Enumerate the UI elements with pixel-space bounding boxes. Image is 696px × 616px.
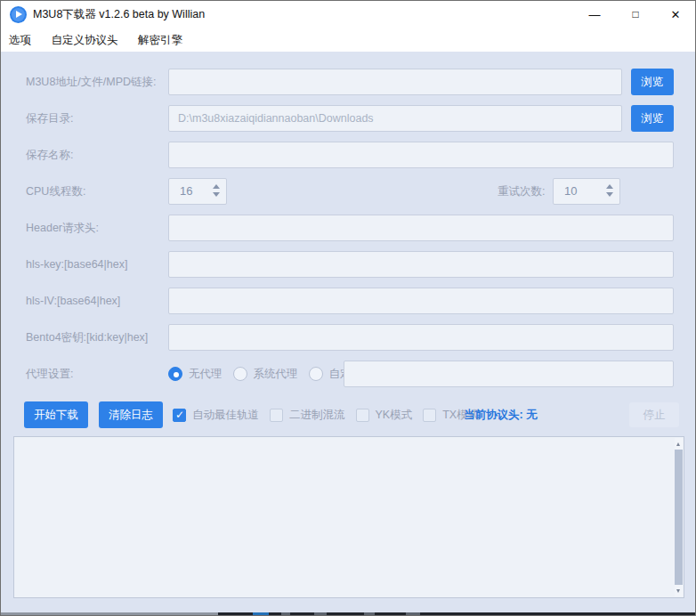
clear-log-button[interactable]: 清除日志 bbox=[99, 401, 163, 428]
save-dir-label: 保存目录: bbox=[26, 105, 73, 132]
header-input[interactable] bbox=[168, 215, 674, 241]
app-window: M3U8下载器 v1.2.6 beta by Willian — □ ✕ 选项 … bbox=[0, 0, 696, 616]
url-browse-button[interactable]: 浏览 bbox=[631, 69, 674, 95]
radio-no-proxy[interactable] bbox=[168, 367, 182, 381]
checkbox-tx-mode[interactable] bbox=[423, 409, 436, 422]
background-window-edge bbox=[364, 612, 375, 615]
radio-system-proxy-label: 系统代理 bbox=[254, 367, 298, 382]
stop-button[interactable]: 停止 bbox=[629, 402, 679, 427]
save-name-label: 保存名称: bbox=[26, 142, 73, 168]
background-window-edge bbox=[406, 612, 420, 615]
menu-item-decrypt-engine[interactable]: 解密引擎 bbox=[130, 28, 190, 52]
hls-key-input[interactable] bbox=[168, 251, 674, 278]
retry-stepper[interactable]: 10 bbox=[553, 178, 620, 205]
save-dir-browse-button[interactable]: 浏览 bbox=[631, 105, 674, 132]
proxy-label: 代理设置: bbox=[26, 361, 73, 387]
save-dir-input[interactable] bbox=[168, 105, 622, 132]
url-input[interactable] bbox=[168, 69, 622, 95]
spinner-up-icon[interactable] bbox=[606, 184, 613, 189]
options-checkbox-group: 自动最佳轨道 二进制混流 YK模式 TX模式 bbox=[173, 401, 490, 428]
cpu-threads-label: CPU线程数: bbox=[26, 178, 85, 205]
menu-item-options[interactable]: 选项 bbox=[1, 28, 39, 52]
scroll-up-icon[interactable] bbox=[675, 438, 683, 450]
bento4-key-label: Bento4密钥:[kid:key|hex] bbox=[26, 324, 148, 351]
checkbox-yk-mode-label: YK模式 bbox=[376, 408, 413, 423]
close-button[interactable]: ✕ bbox=[656, 1, 695, 28]
retry-label: 重试次数: bbox=[498, 178, 545, 205]
radio-no-proxy-label: 无代理 bbox=[189, 367, 223, 382]
background-window-edge bbox=[281, 612, 290, 615]
spinner-down-icon[interactable] bbox=[213, 192, 220, 197]
menubar: 选项 自定义协议头 解密引擎 bbox=[1, 28, 695, 52]
scroll-down-icon[interactable] bbox=[675, 585, 683, 596]
checkbox-yk-mode[interactable] bbox=[356, 409, 369, 422]
scrollbar-thumb[interactable] bbox=[675, 450, 683, 585]
menu-item-custom-headers[interactable]: 自定义协议头 bbox=[43, 28, 125, 52]
checkbox-auto-best-track[interactable] bbox=[173, 409, 186, 422]
hls-iv-label: hls-IV:[base64|hex] bbox=[26, 288, 120, 314]
titlebar: M3U8下载器 v1.2.6 beta by Willian — □ ✕ bbox=[1, 1, 695, 28]
checkbox-auto-best-track-label: 自动最佳轨道 bbox=[192, 408, 259, 423]
spinner-down-icon[interactable] bbox=[606, 192, 613, 197]
background-window-edge bbox=[253, 612, 269, 615]
custom-proxy-input[interactable] bbox=[344, 361, 674, 387]
background-window-edge bbox=[1, 612, 218, 615]
minimize-button[interactable]: — bbox=[576, 1, 613, 28]
background-window-edge bbox=[314, 612, 327, 615]
save-name-input[interactable] bbox=[168, 142, 674, 168]
spinner-up-icon[interactable] bbox=[213, 184, 220, 189]
start-download-button[interactable]: 开始下载 bbox=[24, 401, 88, 428]
url-label: M3U8地址/文件/MPD链接: bbox=[26, 69, 157, 95]
bento4-key-input[interactable] bbox=[168, 324, 674, 351]
hls-iv-input[interactable] bbox=[168, 288, 674, 314]
app-play-icon[interactable] bbox=[10, 6, 27, 23]
checkbox-binary-mux[interactable] bbox=[270, 409, 283, 422]
window-title: M3U8下载器 v1.2.6 beta by Willian bbox=[33, 1, 205, 28]
radio-system-proxy[interactable] bbox=[233, 367, 247, 381]
header-label: Header请求头: bbox=[26, 215, 99, 241]
log-scrollbar[interactable] bbox=[675, 438, 683, 596]
log-area[interactable] bbox=[13, 436, 684, 598]
current-protocol-status: 当前协议头: 无 bbox=[464, 401, 538, 428]
radio-custom-proxy[interactable] bbox=[309, 367, 323, 381]
maximize-button[interactable]: □ bbox=[617, 1, 654, 28]
proxy-radio-group: 无代理 系统代理 自定义 bbox=[168, 361, 373, 387]
checkbox-binary-mux-label: 二进制混流 bbox=[289, 408, 345, 423]
cpu-threads-stepper[interactable]: 16 bbox=[168, 178, 227, 205]
hls-key-label: hls-key:[base64|hex] bbox=[26, 251, 127, 278]
